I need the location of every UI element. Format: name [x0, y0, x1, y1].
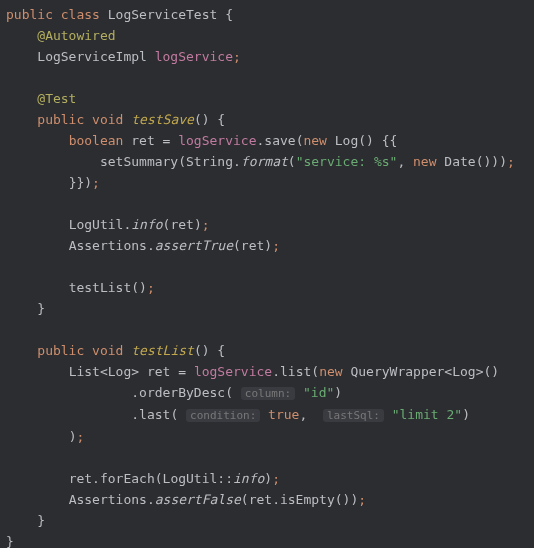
brace: }: [37, 513, 45, 528]
static-call: info: [233, 471, 264, 486]
keyword: public: [6, 7, 53, 22]
semicolon: ;: [272, 238, 280, 253]
paren: (: [288, 154, 296, 169]
parens: (): [194, 343, 210, 358]
paren: (: [155, 471, 163, 486]
paren: ): [462, 407, 470, 422]
static-call: assertTrue: [155, 238, 233, 253]
code-line: .last( condition: true, lastSql: "limit …: [6, 404, 534, 426]
keyword: public: [37, 343, 84, 358]
field: logService: [178, 133, 256, 148]
dot: .: [272, 364, 280, 379]
keyword: public: [37, 112, 84, 127]
keyword: boolean: [69, 133, 124, 148]
operator: =: [170, 364, 193, 379]
method-call: save: [264, 133, 295, 148]
semicolon: ;: [202, 217, 210, 232]
semicolon: ;: [507, 154, 515, 169]
variable: ret: [241, 238, 264, 253]
code-line: Assertions.assertFalse(ret.isEmpty());: [6, 489, 534, 510]
parens: ())): [476, 154, 507, 169]
brace: {: [217, 343, 225, 358]
paren: ): [334, 385, 342, 400]
variable: ret: [69, 471, 92, 486]
dot: .: [272, 492, 280, 507]
inlay-hint: lastSql:: [323, 409, 384, 422]
dot: .: [92, 471, 100, 486]
code-editor[interactable]: public class LogServiceTest { @Autowired…: [6, 4, 534, 548]
annotation: @Autowired: [37, 28, 115, 43]
parens: (): [131, 280, 147, 295]
variable: ret: [147, 364, 170, 379]
paren: ): [194, 217, 202, 232]
type: QueryWrapper: [350, 364, 444, 379]
dot: .: [147, 492, 155, 507]
string: "limit 2": [392, 407, 462, 422]
type: Date: [444, 154, 475, 169]
code-line: Assertions.assertTrue(ret);: [6, 235, 534, 256]
code-line: @Autowired: [6, 25, 534, 46]
code-line: testList();: [6, 277, 534, 298]
code-line: }: [6, 531, 534, 548]
code-line: [6, 447, 534, 468]
angle: >: [131, 364, 139, 379]
semicolon: ;: [92, 175, 100, 190]
parens: (): [358, 133, 374, 148]
static-call: format: [241, 154, 288, 169]
annotation: @Test: [37, 91, 76, 106]
code-line: LogServiceImpl logService;: [6, 46, 534, 67]
type: Log: [335, 133, 358, 148]
type: Log: [108, 364, 131, 379]
type: Assertions: [69, 238, 147, 253]
method-ref: ::: [217, 471, 233, 486]
inlay-hint: condition:: [186, 409, 260, 422]
code-line: ret.forEach(LogUtil::info);: [6, 468, 534, 489]
variable: ret: [131, 133, 154, 148]
code-line: @Test: [6, 88, 534, 109]
paren: ): [264, 238, 272, 253]
method-call: last: [139, 407, 170, 422]
code-line: [6, 319, 534, 340]
code-line: public void testList() {: [6, 340, 534, 361]
code-line: }: [6, 298, 534, 319]
parens: (): [194, 112, 210, 127]
method-call: forEach: [100, 471, 155, 486]
type: LogUtil: [163, 471, 218, 486]
paren: (: [311, 364, 319, 379]
type: Assertions: [69, 492, 147, 507]
method-call: isEmpty: [280, 492, 335, 507]
variable: ret: [170, 217, 193, 232]
keyword: new: [303, 133, 326, 148]
brace: {: [225, 7, 233, 22]
string: "id": [303, 385, 334, 400]
operator: =: [155, 133, 178, 148]
dot: .: [147, 238, 155, 253]
method-call: setSummary: [100, 154, 178, 169]
code-line: );: [6, 426, 534, 447]
type: String: [186, 154, 233, 169]
code-line: }});: [6, 172, 534, 193]
paren: (: [225, 385, 233, 400]
static-call: info: [131, 217, 162, 232]
code-line: [6, 193, 534, 214]
type: List: [69, 364, 100, 379]
keyword: class: [61, 7, 100, 22]
comma: ,: [397, 154, 405, 169]
paren: ): [264, 471, 272, 486]
method-call: list: [280, 364, 311, 379]
static-call: assertFalse: [155, 492, 241, 507]
paren: (: [241, 492, 249, 507]
dot: .: [131, 385, 139, 400]
code-line: List<Log> ret = logService.list(new Quer…: [6, 361, 534, 382]
keyword: void: [92, 343, 123, 358]
code-line: LogUtil.info(ret);: [6, 214, 534, 235]
code-line: public class LogServiceTest {: [6, 4, 534, 25]
code-line: }: [6, 510, 534, 531]
code-line: setSummary(String.format("service: %s", …: [6, 151, 534, 172]
angle: >: [476, 364, 484, 379]
string: "service: %s": [296, 154, 398, 169]
parens: (): [484, 364, 500, 379]
code-line: [6, 256, 534, 277]
paren: (: [170, 407, 178, 422]
semicolon: ;: [358, 492, 366, 507]
